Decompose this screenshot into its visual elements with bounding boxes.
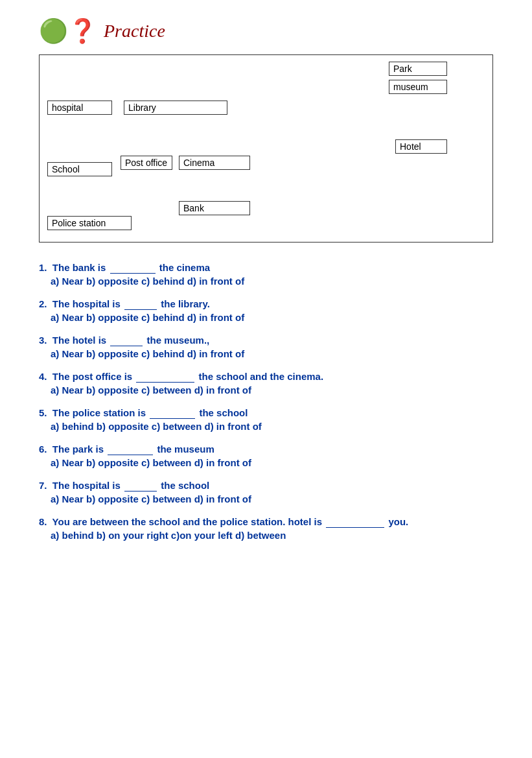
q7-options: a) Near b) opposite c) between d) in fro…: [39, 493, 493, 504]
question-7: 7. The hospital is the school a) Near b)…: [39, 480, 493, 504]
q3-options: a) Near b) opposite c) behind d) in fron…: [39, 348, 493, 359]
page-header: 🟢❓ Practice: [39, 19, 493, 43]
q3-number: 3.: [39, 335, 47, 346]
q4-blank: [136, 371, 194, 383]
q5-blank: [150, 407, 195, 419]
question-1: 1. The bank is the cinema a) Near b) opp…: [39, 262, 493, 287]
map-box-hospital: hospital: [47, 101, 112, 115]
question-3: 3. The hotel is the museum., a) Near b) …: [39, 335, 493, 359]
question-6: 6. The park is the museum a) Near b) opp…: [39, 444, 493, 468]
q3-blank: [110, 335, 143, 346]
q5-text: The police station is: [52, 407, 146, 418]
q7-number: 7.: [39, 480, 47, 491]
q6-rest: the museum: [157, 444, 214, 455]
map-box-bank: Bank: [179, 201, 250, 215]
map-box-park: Park: [389, 62, 447, 76]
q5-number: 5.: [39, 407, 47, 418]
q1-options: a) Near b) opposite c) behind d) in fron…: [39, 276, 493, 287]
q6-number: 6.: [39, 444, 47, 455]
q8-blank: [326, 516, 384, 528]
map-area: Park museum hospital Library Hotel Schoo…: [39, 54, 493, 243]
map-box-policestation: Police station: [47, 216, 132, 230]
q5-options: a) behind b) opposite c) between d) in f…: [39, 421, 493, 432]
q8-rest: you.: [388, 516, 408, 527]
q3-text: The hotel is: [52, 335, 106, 346]
q4-text: The post office is: [52, 371, 132, 382]
question-2: 2. The hospital is the library. a) Near …: [39, 298, 493, 323]
question-8: 8. You are between the school and the po…: [39, 516, 493, 541]
q2-blank: [124, 298, 157, 310]
q8-text: You are between the school and the polic…: [52, 516, 322, 527]
q4-rest: the school and the cinema.: [199, 371, 324, 382]
question-4: 4. The post office is the school and the…: [39, 371, 493, 396]
q7-rest: the school: [161, 480, 209, 491]
q2-options: a) Near b) opposite c) behind d) in fron…: [39, 312, 493, 323]
map-box-library: Library: [124, 101, 227, 115]
q4-number: 4.: [39, 371, 47, 382]
q1-blank: [110, 262, 156, 274]
map-box-postoffice: Post office: [121, 156, 172, 170]
q6-options: a) Near b) opposite c) between d) in fro…: [39, 457, 493, 468]
q8-number: 8.: [39, 516, 47, 527]
q7-text: The hospital is: [52, 480, 121, 491]
q2-rest: the library.: [161, 298, 210, 309]
q1-number: 1.: [39, 262, 47, 273]
q5-rest: the school: [199, 407, 248, 418]
q4-options: a) Near b) opposite c) between d) in fro…: [39, 385, 493, 396]
map-box-hotel: Hotel: [395, 139, 447, 154]
questions-section: 1. The bank is the cinema a) Near b) opp…: [39, 262, 493, 541]
q1-rest: the cinema: [159, 262, 210, 273]
map-box-school: School: [47, 162, 112, 176]
q1-text: The bank is: [52, 262, 106, 273]
map-box-museum: museum: [389, 80, 447, 94]
page-title: Practice: [104, 21, 165, 41]
question-5: 5. The police station is the school a) b…: [39, 407, 493, 432]
map-box-cinema: Cinema: [179, 156, 250, 170]
question-icon: 🟢❓: [39, 19, 97, 43]
q7-blank: [124, 480, 157, 492]
q2-text: The hospital is: [52, 298, 121, 309]
q8-options: a) behind b) on your right c)on your lef…: [39, 530, 493, 541]
q3-rest: the museum.,: [147, 335, 210, 346]
q6-blank: [108, 444, 153, 455]
q2-number: 2.: [39, 298, 47, 309]
q6-text: The park is: [52, 444, 104, 455]
